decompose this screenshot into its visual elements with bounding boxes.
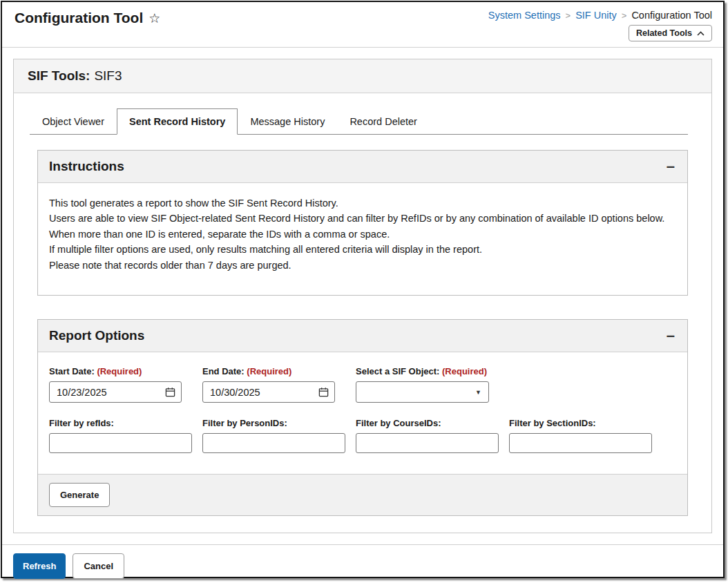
refresh-button[interactable]: Refresh: [13, 553, 66, 579]
page-frame: Configuration Tool ☆ System Settings > S…: [1, 1, 725, 578]
report-options-panel: Report Options – Start Date: (Required): [37, 319, 688, 516]
sif-object-field: Select a SIF Object: (Required) ▼: [356, 366, 509, 403]
breadcrumb-separator-icon: >: [622, 10, 627, 21]
chevron-down-icon: ▼: [475, 389, 481, 396]
end-date-field: End Date: (Required): [202, 366, 356, 403]
personids-input[interactable]: [202, 433, 345, 453]
report-options-body: Start Date: (Required): [38, 352, 687, 474]
instruction-line: When more than one ID is entered, separa…: [49, 227, 676, 242]
instructions-body: This tool generates a report to show the…: [38, 183, 687, 295]
refids-label: Filter by refIds:: [49, 418, 202, 428]
courseids-field: Filter by CourseIDs:: [356, 418, 509, 453]
start-date-label: Start Date:: [49, 366, 95, 376]
sif-object-label: Select a SIF Object:: [356, 366, 439, 376]
sectionids-input[interactable]: [509, 433, 652, 453]
tab-object-viewer[interactable]: Object Viewer: [30, 108, 117, 135]
end-date-input[interactable]: [209, 386, 317, 399]
collapse-minus-icon[interactable]: –: [667, 162, 675, 171]
courseids-input[interactable]: [356, 433, 499, 453]
card-title-value: SIF3: [94, 68, 122, 83]
top-header: Configuration Tool ☆ System Settings > S…: [2, 2, 723, 48]
tab-record-deleter[interactable]: Record Deleter: [337, 108, 430, 135]
tab-strip: Object Viewer Sent Record History Messag…: [30, 108, 688, 135]
card-title-prefix: SIF Tools:: [28, 68, 90, 83]
start-date-input-group: [49, 381, 182, 403]
chevron-up-icon: [697, 31, 705, 36]
start-date-field: Start Date: (Required): [49, 366, 202, 403]
tab-sent-record-history[interactable]: Sent Record History: [117, 108, 238, 135]
sectionids-field: Filter by SectionIDs:: [509, 418, 652, 453]
instruction-line: Please note that records older than 7 da…: [49, 258, 676, 273]
instructions-title: Instructions: [49, 159, 124, 174]
report-options-panel-header: Report Options –: [38, 320, 687, 352]
instruction-line: This tool generates a report to show the…: [49, 195, 676, 211]
sectionids-label: Filter by SectionIDs:: [509, 418, 652, 428]
instruction-line: If multiple filter options are used, onl…: [49, 242, 676, 257]
breadcrumb: System Settings > SIF Unity > Configurat…: [488, 8, 712, 21]
favorite-star-icon[interactable]: ☆: [149, 10, 160, 26]
report-options-title: Report Options: [49, 328, 144, 343]
sif-object-select[interactable]: ▼: [356, 381, 489, 403]
breadcrumb-current: Configuration Tool: [631, 10, 712, 21]
personids-label: Filter by PersonIDs:: [202, 418, 356, 428]
calendar-icon[interactable]: [317, 385, 330, 399]
action-bar: Refresh Cancel: [2, 544, 723, 583]
tab-message-history[interactable]: Message History: [238, 108, 337, 135]
breadcrumb-link-sif-unity[interactable]: SIF Unity: [575, 10, 617, 21]
generate-button[interactable]: Generate: [49, 483, 110, 507]
card-header: SIF Tools:SIF3: [14, 59, 711, 93]
refids-input[interactable]: [49, 433, 192, 453]
start-date-input[interactable]: [55, 386, 164, 399]
sif-tools-card: SIF Tools:SIF3 Object Viewer Sent Record…: [13, 59, 712, 533]
end-date-label: End Date:: [202, 366, 245, 376]
start-date-required: (Required): [97, 366, 142, 376]
breadcrumb-link-system-settings[interactable]: System Settings: [488, 10, 561, 21]
courseids-label: Filter by CourseIDs:: [356, 418, 509, 428]
related-tools-label: Related Tools: [636, 28, 692, 38]
cancel-button[interactable]: Cancel: [73, 553, 124, 579]
end-date-required: (Required): [247, 366, 291, 376]
report-options-footer: Generate: [38, 474, 687, 515]
refids-field: Filter by refIds:: [49, 418, 202, 453]
instruction-line: Users are able to view SIF Object-relate…: [49, 211, 676, 226]
instructions-panel-header: Instructions –: [38, 151, 687, 183]
calendar-icon[interactable]: [164, 385, 177, 399]
end-date-input-group: [202, 381, 335, 403]
sif-object-required: (Required): [442, 366, 487, 376]
instructions-panel: Instructions – This tool generates a rep…: [37, 150, 688, 296]
page-title: Configuration Tool: [15, 10, 143, 26]
collapse-minus-icon[interactable]: –: [667, 331, 675, 341]
breadcrumb-separator-icon: >: [566, 10, 571, 21]
personids-field: Filter by PersonIDs:: [202, 418, 356, 453]
related-tools-button[interactable]: Related Tools: [629, 25, 712, 41]
